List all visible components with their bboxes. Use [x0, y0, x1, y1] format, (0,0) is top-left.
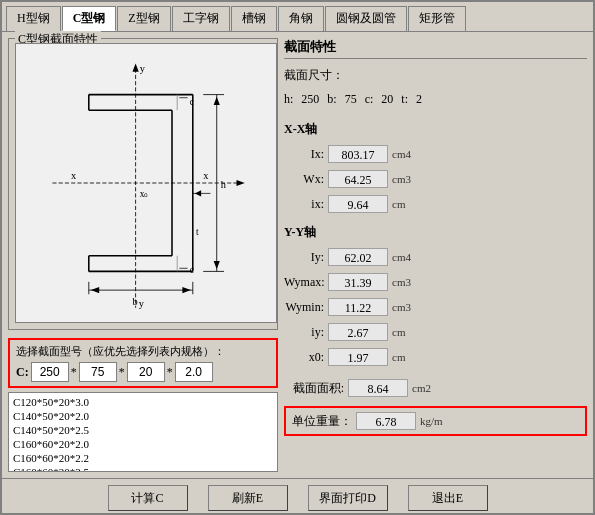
wymax-label: Wymax:: [284, 275, 324, 290]
tab-c-steel[interactable]: C型钢: [62, 6, 117, 31]
list-item[interactable]: C140*50*20*2.0: [11, 409, 275, 423]
dim-b-label: b:: [327, 92, 336, 107]
list-item[interactable]: C120*50*20*3.0: [11, 395, 275, 409]
svg-text:x: x: [203, 170, 209, 181]
svg-text:b: b: [132, 296, 137, 307]
ix-small-value: 9.64: [328, 195, 388, 213]
svg-marker-20: [214, 97, 220, 105]
svg-marker-27: [182, 287, 190, 293]
svg-marker-9: [132, 63, 138, 71]
svg-text:c: c: [190, 97, 194, 107]
wx-value: 64.25: [328, 170, 388, 188]
sep2: *: [119, 365, 125, 380]
dim-h-label: h:: [284, 92, 293, 107]
svg-text:h: h: [221, 179, 227, 190]
content-area: C型钢截面特性: [2, 32, 593, 478]
ix-value: 803.17: [328, 145, 388, 163]
button-bar: 计算C 刷新E 界面打印D 退出E: [2, 478, 593, 515]
dims-row: h: 250 b: 75 c: 20 t: 2: [284, 92, 587, 107]
svg-marker-21: [214, 261, 220, 269]
tab-round-pipe[interactable]: 圆钢及圆管: [325, 6, 407, 31]
tab-z-steel[interactable]: Z型钢: [117, 6, 170, 31]
svg-text:x: x: [71, 170, 77, 181]
svg-text:t: t: [196, 227, 199, 237]
iy-value: 62.02: [328, 248, 388, 266]
weight-value: 6.78: [356, 412, 416, 430]
weight-unit: kg/m: [420, 415, 450, 427]
ix-label: Ix:: [284, 147, 324, 162]
sep1: *: [71, 365, 77, 380]
list-item[interactable]: C160*60*20*2.5: [11, 465, 275, 472]
iy-small-unit: cm: [392, 326, 422, 338]
wymin-row: Wymin: 11.22 cm3: [284, 298, 587, 316]
list-item[interactable]: C160*60*20*2.2: [11, 451, 275, 465]
ix-unit: cm4: [392, 148, 422, 160]
print-button[interactable]: 界面打印D: [308, 485, 388, 511]
wymax-unit: cm3: [392, 276, 422, 288]
input-h[interactable]: [31, 362, 69, 382]
right-panel: 截面特性 截面尺寸： h: 250 b: 75 c: 20 t: 2 X-X轴 …: [284, 38, 587, 472]
sep3: *: [167, 365, 173, 380]
svg-text:c: c: [190, 265, 194, 275]
area-label: 截面面积:: [284, 380, 344, 397]
svg-text:y: y: [140, 63, 146, 74]
input-prefix: C:: [16, 365, 29, 380]
axis-x-title: X-X轴: [284, 121, 587, 138]
area-row: 截面面积: 8.64 cm2: [284, 379, 587, 397]
input-c[interactable]: [127, 362, 165, 382]
list-item[interactable]: C140*50*20*2.5: [11, 423, 275, 437]
calc-button[interactable]: 计算C: [108, 485, 188, 511]
x0-label: x0:: [284, 350, 324, 365]
wx-unit: cm3: [392, 173, 422, 185]
exit-button[interactable]: 退出E: [408, 485, 488, 511]
right-panel-title: 截面特性: [284, 38, 587, 59]
dim-b-value: 75: [345, 92, 357, 107]
left-panel: C型钢截面特性: [8, 38, 278, 472]
x0-unit: cm: [392, 351, 422, 363]
tab-h-steel[interactable]: H型钢: [6, 6, 61, 31]
input-t[interactable]: [175, 362, 213, 382]
iy-small-row: iy: 2.67 cm: [284, 323, 587, 341]
ix-small-unit: cm: [392, 198, 422, 210]
area-value: 8.64: [348, 379, 408, 397]
weight-section: 单位重量： 6.78 kg/m: [284, 406, 587, 436]
ix-row: Ix: 803.17 cm4: [284, 145, 587, 163]
iy-small-value: 2.67: [328, 323, 388, 341]
iy-row: Iy: 62.02 cm4: [284, 248, 587, 266]
area-unit: cm2: [412, 382, 442, 394]
input-row: C: * * *: [16, 362, 270, 382]
svg-text:y: y: [139, 298, 145, 309]
dim-c-value: 20: [381, 92, 393, 107]
dim-t-label: t:: [401, 92, 408, 107]
ix-small-row: ix: 9.64 cm: [284, 195, 587, 213]
dim-t-value: 2: [416, 92, 422, 107]
section-list[interactable]: C120*50*20*3.0 C140*50*20*2.0 C140*50*20…: [8, 392, 278, 472]
svg-marker-26: [91, 287, 99, 293]
iy-label: Iy:: [284, 250, 324, 265]
tab-channel[interactable]: 槽钢: [231, 6, 277, 31]
dims-title: 截面尺寸：: [284, 67, 587, 84]
list-item[interactable]: C160*60*20*2.0: [11, 437, 275, 451]
wymax-row: Wymax: 31.39 cm3: [284, 273, 587, 291]
wymin-value: 11.22: [328, 298, 388, 316]
wymin-unit: cm3: [392, 301, 422, 313]
weight-label: 单位重量：: [292, 413, 352, 430]
x0-row: x0: 1.97 cm: [284, 348, 587, 366]
tab-rect-pipe[interactable]: 矩形管: [408, 6, 466, 31]
iy-small-label: iy:: [284, 325, 324, 340]
refresh-button[interactable]: 刷新E: [208, 485, 288, 511]
tab-i-beam[interactable]: 工字钢: [172, 6, 230, 31]
input-section: 选择截面型号（应优先选择列表内规格）： C: * * *: [8, 338, 278, 388]
svg-marker-37: [195, 190, 201, 196]
tab-angle[interactable]: 角钢: [278, 6, 324, 31]
axis-y-title: Y-Y轴: [284, 224, 587, 241]
input-b[interactable]: [79, 362, 117, 382]
dim-h-value: 250: [301, 92, 319, 107]
svg-text:x₀: x₀: [140, 189, 149, 199]
diagram-box: y x x y x₀: [15, 43, 277, 323]
left-group-box: C型钢截面特性: [8, 38, 278, 330]
wymax-value: 31.39: [328, 273, 388, 291]
c-section-diagram: y x x y x₀: [26, 53, 266, 313]
wx-label: Wx:: [284, 172, 324, 187]
ix-small-label: ix:: [284, 197, 324, 212]
